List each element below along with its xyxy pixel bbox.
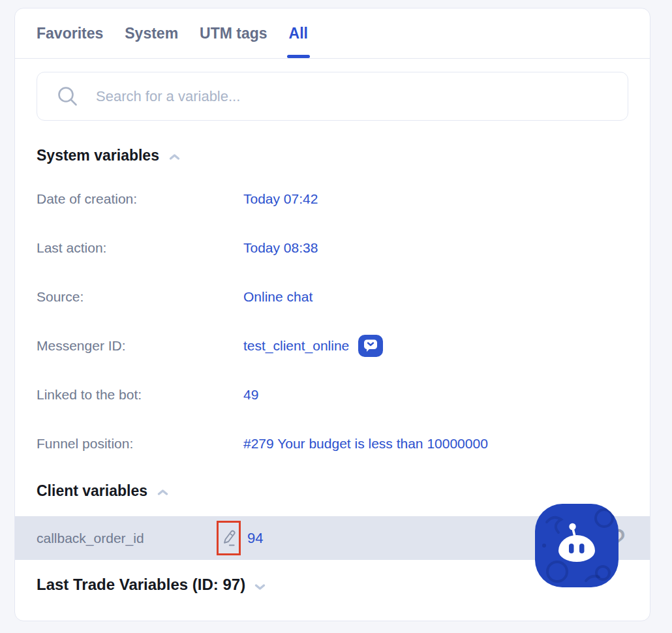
row-label: Date of creation: [37, 191, 243, 207]
messenger-chat-icon[interactable] [358, 335, 383, 357]
search-icon [57, 85, 79, 108]
variable-value[interactable]: 94 [247, 530, 263, 547]
doodle-pattern [535, 504, 619, 587]
search-input[interactable] [96, 88, 615, 105]
row-label: Messenger ID: [37, 338, 243, 354]
tab-bar: Favorites System UTM tags All [15, 8, 650, 59]
search-box[interactable] [37, 72, 628, 121]
system-variables-title: System variables [37, 147, 159, 164]
row-label: Funnel position: [37, 436, 243, 452]
row-value[interactable]: test_client_online [243, 335, 383, 357]
last-trade-title: Last Trade Variables (ID: 97) [37, 576, 245, 594]
chatbot-widget-button[interactable] [535, 504, 619, 587]
row-linked-to-bot: Linked to the bot: 49 [37, 370, 628, 419]
client-variables-heading: Client variables [37, 481, 628, 501]
tab-favorites[interactable]: Favorites [37, 8, 103, 58]
row-funnel-position: Funnel position: #279 Your budget is les… [37, 419, 628, 468]
system-variables-list: Date of creation: Today 07:42 Last actio… [37, 174, 628, 468]
row-source: Source: Online chat [37, 272, 628, 321]
row-value[interactable]: Today 08:38 [243, 240, 318, 256]
tab-system[interactable]: System [125, 8, 178, 58]
row-value[interactable]: #279 Your budget is less than 10000000 [243, 436, 488, 452]
row-value[interactable]: Online chat [243, 289, 313, 305]
row-value[interactable]: Today 07:42 [243, 191, 318, 207]
row-messenger-id: Messenger ID: test_client_online [37, 321, 628, 370]
row-label: Linked to the bot: [37, 387, 243, 403]
expand-chevron-down-icon[interactable] [254, 577, 266, 595]
tab-all[interactable]: All [289, 8, 308, 58]
panel-content: System variables Date of creation: Today… [15, 72, 650, 501]
messenger-id-value[interactable]: test_client_online [243, 338, 349, 354]
tab-utm-tags[interactable]: UTM tags [200, 8, 267, 58]
row-label: Last action: [37, 240, 243, 256]
pencil-edit-icon [220, 528, 237, 548]
page: { "tabs": [ { "label": "Favorites", "act… [0, 0, 672, 633]
collapse-chevron-up-icon[interactable] [157, 483, 169, 501]
row-value[interactable]: 49 [243, 387, 258, 403]
edit-variable-button[interactable] [217, 521, 241, 555]
variable-name: callback_order_id [37, 531, 217, 546]
row-date-of-creation: Date of creation: Today 07:42 [37, 174, 628, 223]
collapse-chevron-up-icon[interactable] [168, 147, 181, 165]
row-last-action: Last action: Today 08:38 [37, 223, 628, 272]
row-label: Source: [37, 289, 243, 305]
client-variables-title: Client variables [37, 482, 147, 500]
system-variables-heading: System variables [37, 146, 628, 165]
